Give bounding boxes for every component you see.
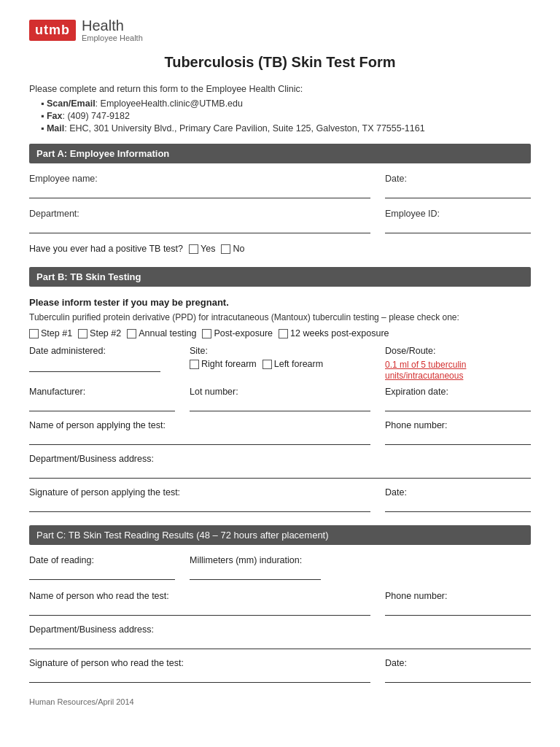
ppd-checkboxes-row: Step #1 Step #2 Annual testing Post-expo…	[29, 328, 531, 338]
sig-read-field: Signature of person who read the test:	[29, 658, 370, 683]
sig-read-label: Signature of person who read the test:	[29, 658, 370, 668]
name-applying-field: Name of person applying the test:	[29, 420, 370, 445]
name-applying-label: Name of person applying the test:	[29, 420, 370, 430]
manufacturer-label: Manufacturer:	[29, 387, 175, 397]
date-b-input[interactable]	[385, 499, 531, 512]
intro-list: Scan/Email: EmployeeHealth.clinic@UTMB.e…	[41, 98, 531, 133]
reading-row: Date of reading: Millimeters (mm) indura…	[29, 555, 531, 582]
part-b-section: Part B: TB Skin Testing Please inform te…	[29, 267, 531, 512]
intro-text: Please complete and return this form to …	[29, 84, 531, 94]
right-forearm-checkbox[interactable]	[190, 360, 199, 369]
tb-question-row: Have you ever had a positive TB test? Ye…	[29, 244, 531, 254]
employee-name-label: Employee name:	[29, 174, 370, 184]
12weeks-checkbox-item[interactable]: 12 weeks post-exposure	[279, 328, 389, 338]
tb-question-text: Have you ever had a positive TB test?	[29, 244, 183, 254]
step1-checkbox-item[interactable]: Step #1	[29, 328, 72, 338]
manufacturer-input[interactable]	[29, 398, 175, 411]
date-site-dose-row: Date administered: Site: Right forearm L…	[29, 346, 531, 381]
right-forearm-item[interactable]: Right forearm	[190, 359, 257, 369]
lot-input[interactable]	[190, 398, 370, 411]
date-reading-input[interactable]	[29, 567, 175, 580]
footer-text: Human Resources/April 2014	[29, 697, 531, 706]
postexposure-label: Post-exposure	[214, 328, 273, 338]
date-b-field: Date:	[385, 487, 531, 512]
department-input[interactable]	[29, 220, 370, 233]
date-input[interactable]	[385, 185, 531, 198]
left-forearm-label: Left forearm	[274, 359, 323, 369]
phone-applying-input[interactable]	[385, 432, 531, 445]
left-forearm-checkbox[interactable]	[262, 360, 272, 369]
name-read-field: Name of person who read the test:	[29, 591, 370, 616]
dept-address-c-label: Department/Business address:	[29, 624, 531, 635]
intro-item-scan: Scan/Email: EmployeeHealth.clinic@UTMB.e…	[41, 98, 531, 109]
employee-id-input[interactable]	[385, 220, 531, 233]
date-admin-col: Date administered:	[29, 346, 175, 374]
right-forearm-label: Right forearm	[201, 359, 257, 369]
utmb-logo: utmb	[29, 20, 76, 41]
part-c-header: Part C: TB Skin Test Reading Results (48…	[29, 525, 531, 545]
department-field: Department:	[29, 209, 370, 233]
yes-checkbox[interactable]	[189, 244, 198, 254]
part-c-section: Part C: TB Skin Test Reading Results (48…	[29, 525, 531, 683]
dept-empid-row: Department: Employee ID:	[29, 209, 531, 233]
step2-label: Step #2	[90, 328, 121, 338]
logo-area: utmb Health Employee Health	[29, 18, 531, 42]
annual-checkbox-item[interactable]: Annual testing	[127, 328, 196, 338]
intro-item-fax: Fax: (409) 747-9182	[41, 111, 531, 121]
expiration-field: Expiration date:	[385, 387, 531, 411]
part-c-header-sub: (48 – 72 hours after placement)	[196, 530, 328, 541]
date-reading-label: Date of reading:	[29, 555, 175, 565]
annual-checkbox[interactable]	[127, 329, 136, 338]
step2-checkbox[interactable]	[78, 329, 88, 338]
mm-induration-input[interactable]	[190, 567, 321, 580]
employee-id-label: Employee ID:	[385, 209, 531, 219]
department-label: Department:	[29, 209, 370, 219]
dept-address-b-field: Department/Business address:	[29, 454, 531, 479]
part-a-header: Part A: Employee Information	[29, 144, 531, 163]
dept-address-c-input[interactable]	[29, 636, 531, 649]
date-c-label: Date:	[385, 658, 531, 668]
dose-route-value: 0.1 ml of 5 tuberculin units/intracutane…	[385, 360, 466, 381]
no-checkbox[interactable]	[221, 244, 230, 254]
date-c-input[interactable]	[385, 670, 531, 683]
dept-address-b-label: Department/Business address:	[29, 454, 531, 464]
name-phone-row: Name of person applying the test: Phone …	[29, 420, 531, 445]
annual-label: Annual testing	[139, 328, 196, 338]
name-date-row: Employee name: Date:	[29, 174, 531, 198]
postexposure-checkbox[interactable]	[202, 329, 211, 338]
site-col: Site: Right forearm Left forearm	[190, 346, 370, 369]
lot-label: Lot number:	[190, 387, 370, 397]
mm-induration-field: Millimeters (mm) induration:	[190, 555, 531, 582]
yes-checkbox-item[interactable]: Yes	[189, 244, 215, 254]
step1-checkbox[interactable]	[29, 329, 39, 338]
12weeks-label: 12 weeks post-exposure	[290, 328, 389, 338]
sig-date-b-row: Signature of person applying the test: D…	[29, 487, 531, 512]
date-admin-input[interactable]	[29, 359, 160, 372]
site-label: Site:	[190, 346, 370, 356]
part-a-section: Part A: Employee Information Employee na…	[29, 144, 531, 254]
date-admin-label: Date administered:	[29, 346, 175, 356]
date-reading-field: Date of reading:	[29, 555, 175, 582]
phone-read-input[interactable]	[385, 603, 531, 616]
expiration-input[interactable]	[385, 398, 531, 411]
name-read-input[interactable]	[29, 603, 370, 616]
left-forearm-item[interactable]: Left forearm	[262, 359, 323, 369]
step2-checkbox-item[interactable]: Step #2	[78, 328, 121, 338]
mm-induration-label: Millimeters (mm) induration:	[190, 555, 531, 565]
name-phone-c-row: Name of person who read the test: Phone …	[29, 591, 531, 616]
employee-name-field: Employee name:	[29, 174, 370, 198]
phone-applying-label: Phone number:	[385, 420, 531, 430]
date-b-label: Date:	[385, 487, 531, 498]
name-applying-input[interactable]	[29, 432, 370, 445]
sig-read-input[interactable]	[29, 670, 370, 683]
employee-name-input[interactable]	[29, 185, 370, 198]
12weeks-checkbox[interactable]	[279, 329, 288, 338]
dept-address-b-input[interactable]	[29, 465, 531, 479]
sig-applying-label: Signature of person applying the test:	[29, 487, 370, 498]
sig-applying-field: Signature of person applying the test:	[29, 487, 370, 512]
no-checkbox-item[interactable]: No	[221, 244, 244, 254]
employee-health-label: Employee Health	[82, 34, 143, 42]
postexposure-checkbox-item[interactable]: Post-exposure	[202, 328, 273, 338]
phone-applying-field: Phone number:	[385, 420, 531, 445]
sig-applying-input[interactable]	[29, 499, 370, 512]
